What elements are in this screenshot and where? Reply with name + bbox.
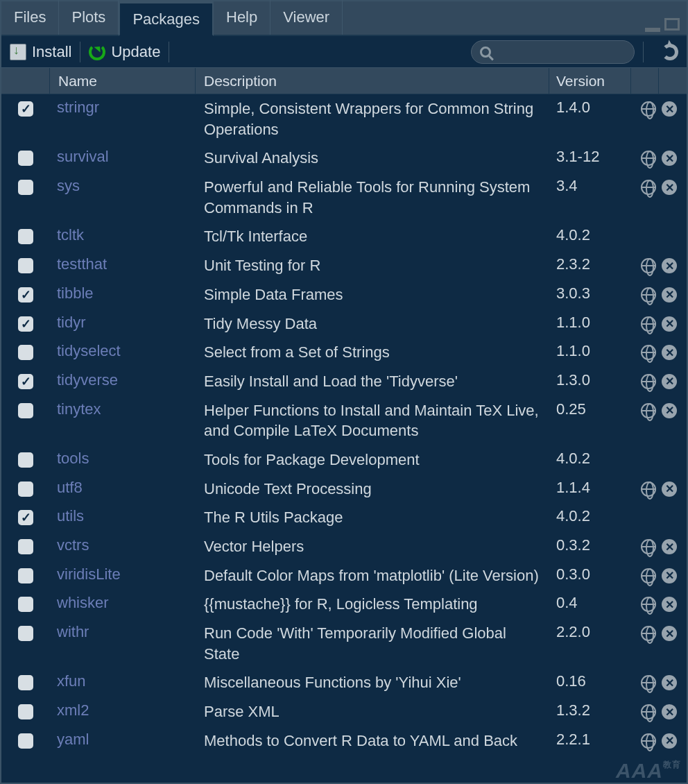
package-name-link[interactable]: tools [50, 450, 196, 468]
install-label: Install [32, 43, 71, 61]
globe-icon[interactable] [641, 482, 656, 497]
tab-viewer[interactable]: Viewer [270, 0, 343, 35]
package-name-link[interactable]: utf8 [50, 479, 196, 497]
remove-icon[interactable]: ✕ [662, 704, 677, 719]
package-name-link[interactable]: withr [50, 623, 196, 641]
package-description: Unit Testing for R [196, 255, 549, 276]
package-row: ✓tibbleSimple Data Frames3.0.3✕ [1, 280, 687, 309]
package-name-link[interactable]: utils [50, 507, 196, 525]
globe-icon[interactable] [641, 374, 656, 389]
remove-icon[interactable]: ✕ [662, 482, 677, 497]
header-description[interactable]: Description [196, 68, 549, 94]
package-checkbox[interactable] [18, 258, 33, 273]
package-name-link[interactable]: viridisLite [50, 565, 196, 583]
install-button[interactable]: Install [10, 43, 71, 61]
package-checkbox[interactable] [18, 733, 33, 749]
package-name-link[interactable]: xfun [50, 672, 196, 690]
globe-icon[interactable] [641, 403, 656, 418]
remove-icon[interactable]: ✕ [662, 316, 677, 332]
globe-icon[interactable] [641, 345, 656, 360]
header-version[interactable]: Version [549, 68, 631, 94]
package-checkbox[interactable] [18, 345, 33, 360]
minimize-icon[interactable] [645, 28, 660, 32]
package-checkbox[interactable] [18, 180, 33, 195]
package-name-link[interactable]: survival [50, 148, 196, 166]
package-checkbox[interactable] [18, 403, 33, 418]
package-checkbox[interactable] [18, 597, 33, 612]
package-checkbox[interactable]: ✓ [18, 287, 33, 302]
package-checkbox[interactable]: ✓ [18, 510, 33, 525]
remove-icon[interactable]: ✕ [662, 345, 677, 360]
package-description: Unicode Text Processing [196, 479, 549, 500]
globe-icon[interactable] [641, 151, 656, 166]
package-checkbox[interactable] [18, 151, 33, 166]
globe-icon[interactable] [641, 704, 656, 719]
package-row: tidyselectSelect from a Set of Strings1.… [1, 338, 687, 367]
package-checkbox[interactable] [18, 675, 33, 690]
package-row: whisker{{mustache}} for R, Logicless Tem… [1, 590, 687, 619]
remove-icon[interactable]: ✕ [662, 151, 677, 166]
tab-files[interactable]: Files [1, 0, 59, 35]
globe-icon[interactable] [641, 101, 656, 117]
package-checkbox[interactable] [18, 482, 33, 497]
search-input[interactable] [471, 40, 635, 64]
package-checkbox[interactable] [18, 626, 33, 641]
package-name-link[interactable]: sys [50, 177, 196, 195]
remove-icon[interactable]: ✕ [662, 287, 677, 302]
package-name-link[interactable]: yaml [50, 731, 196, 749]
remove-icon[interactable]: ✕ [662, 597, 677, 612]
package-row: ✓utilsThe R Utils Package4.0.2 [1, 503, 687, 532]
package-name-link[interactable]: tcltk [50, 226, 196, 244]
remove-icon[interactable]: ✕ [662, 374, 677, 389]
remove-icon[interactable]: ✕ [662, 403, 677, 418]
package-checkbox[interactable]: ✓ [18, 101, 33, 117]
package-row: vctrsVector Helpers0.3.2✕ [1, 532, 687, 561]
remove-icon[interactable]: ✕ [662, 568, 677, 583]
globe-icon[interactable] [641, 597, 656, 612]
package-name-link[interactable]: xml2 [50, 701, 196, 719]
tab-packages[interactable]: Packages [119, 1, 214, 36]
package-name-link[interactable]: tinytex [50, 400, 196, 418]
remove-icon[interactable]: ✕ [662, 180, 677, 195]
globe-icon[interactable] [641, 287, 656, 302]
globe-icon[interactable] [641, 568, 656, 583]
tab-plots[interactable]: Plots [59, 0, 119, 35]
refresh-button[interactable] [662, 44, 678, 60]
maximize-icon[interactable] [664, 18, 680, 31]
package-name-link[interactable]: tidyselect [50, 342, 196, 360]
globe-icon[interactable] [641, 626, 656, 641]
package-name-link[interactable]: stringr [50, 99, 196, 117]
globe-icon[interactable] [641, 733, 656, 749]
remove-icon[interactable]: ✕ [662, 258, 677, 273]
package-row: survivalSurvival Analysis3.1-12✕ [1, 144, 687, 173]
package-name-link[interactable]: tidyverse [50, 371, 196, 389]
package-checkbox[interactable] [18, 229, 33, 244]
globe-icon[interactable] [641, 316, 656, 332]
globe-icon[interactable] [641, 180, 656, 195]
package-name-link[interactable]: tibble [50, 284, 196, 302]
remove-icon[interactable]: ✕ [662, 626, 677, 641]
tab-help[interactable]: Help [214, 0, 270, 35]
package-checkbox[interactable] [18, 568, 33, 583]
package-checkbox[interactable]: ✓ [18, 316, 33, 332]
package-version: 3.1-12 [549, 148, 631, 166]
package-name-link[interactable]: tidyr [50, 314, 196, 332]
remove-icon[interactable]: ✕ [662, 539, 677, 554]
globe-icon[interactable] [641, 539, 656, 554]
package-name-link[interactable]: testthat [50, 255, 196, 273]
update-button[interactable]: Update [89, 43, 160, 61]
remove-icon[interactable]: ✕ [662, 733, 677, 749]
search-icon [480, 46, 491, 58]
remove-icon[interactable]: ✕ [662, 101, 677, 117]
package-checkbox[interactable] [18, 704, 33, 719]
package-checkbox[interactable]: ✓ [18, 374, 33, 389]
globe-icon[interactable] [641, 258, 656, 273]
remove-icon[interactable]: ✕ [662, 675, 677, 690]
package-checkbox[interactable] [18, 452, 33, 468]
header-name[interactable]: Name [50, 68, 196, 94]
package-name-link[interactable]: vctrs [50, 536, 196, 554]
package-checkbox[interactable] [18, 539, 33, 554]
package-row: ✓tidyverseEasily Install and Load the 'T… [1, 367, 687, 396]
globe-icon[interactable] [641, 675, 656, 690]
package-name-link[interactable]: whisker [50, 594, 196, 612]
